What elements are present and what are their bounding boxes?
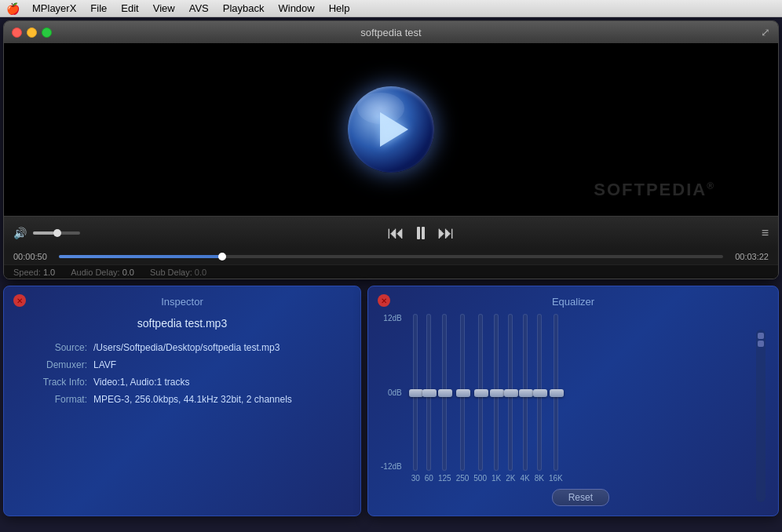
eq-label-12db: 12dB bbox=[381, 314, 402, 322]
progress-fill bbox=[59, 255, 225, 258]
progress-track[interactable] bbox=[59, 255, 723, 258]
menu-avs[interactable]: AVS bbox=[183, 1, 215, 16]
menu-view[interactable]: View bbox=[147, 1, 181, 16]
eq-freq-label-2K: 2K bbox=[506, 474, 515, 483]
menubar: 🍎 MPlayerX File Edit View AVS Playback W… bbox=[0, 0, 782, 17]
eq-slider-16K[interactable] bbox=[554, 314, 558, 471]
volume-slider[interactable] bbox=[33, 231, 80, 235]
eq-thumb-250[interactable] bbox=[456, 389, 470, 397]
audio-delay-label: Audio Delay: 0.0 bbox=[71, 268, 134, 277]
equalizer-title: Equalizer bbox=[381, 296, 766, 308]
eq-freq-label-250: 250 bbox=[456, 474, 470, 483]
eq-scroll-up[interactable] bbox=[758, 333, 764, 339]
eq-freq-label-4K: 4K bbox=[520, 474, 529, 483]
playpause-button[interactable] bbox=[414, 225, 428, 241]
eq-slider-60[interactable] bbox=[426, 314, 431, 471]
progress-bar-row: 00:00:50 00:03:22 bbox=[4, 249, 778, 264]
play-button-large[interactable] bbox=[348, 86, 434, 173]
eq-scroll-down[interactable] bbox=[758, 341, 764, 347]
window-title: softpedia test bbox=[360, 27, 421, 38]
player-window: softpedia test ⤢ SOFTPEDIA® 🔊 ⏮ ⏭ ≡ 00: bbox=[3, 20, 779, 279]
eq-freq-label-1K: 1K bbox=[491, 474, 501, 483]
eq-thumb-1K[interactable] bbox=[490, 389, 504, 397]
eq-thumb-2K[interactable] bbox=[504, 389, 518, 397]
pause-bar-1 bbox=[417, 227, 420, 239]
window-controls bbox=[12, 27, 52, 38]
eq-band-1K: 1K bbox=[491, 314, 501, 483]
window-close-button[interactable] bbox=[12, 27, 22, 38]
expand-icon[interactable]: ⤢ bbox=[761, 26, 770, 38]
video-area[interactable]: SOFTPEDIA® bbox=[4, 43, 778, 216]
eq-band-500: 500 bbox=[473, 314, 487, 483]
eq-scrollbar[interactable] bbox=[756, 330, 766, 502]
eq-band-30: 30 bbox=[411, 314, 420, 483]
source-label: Source: bbox=[16, 342, 87, 353]
play-triangle-icon bbox=[380, 112, 408, 147]
inspector-close-button[interactable]: ✕ bbox=[13, 294, 26, 307]
prev-button[interactable]: ⏮ bbox=[384, 221, 407, 245]
format-label: Format: bbox=[16, 394, 87, 405]
eq-slider-30[interactable] bbox=[413, 314, 418, 471]
player-titlebar: softpedia test ⤢ bbox=[4, 21, 778, 43]
eq-slider-2K[interactable] bbox=[508, 314, 513, 471]
volume-icon[interactable]: 🔊 bbox=[13, 227, 27, 239]
track-row: Track Info: Video:1, Audio:1 tracks bbox=[16, 377, 348, 388]
eq-band-4K: 4K bbox=[520, 314, 529, 483]
menu-playback[interactable]: Playback bbox=[217, 1, 271, 16]
equalizer-panel: ✕ Equalizer 12dB 0dB -12dB 3060125250500… bbox=[367, 286, 779, 516]
track-value: Video:1, Audio:1 tracks bbox=[93, 377, 190, 388]
eq-band-125: 125 bbox=[438, 314, 451, 483]
eq-thumb-500[interactable] bbox=[474, 389, 488, 397]
eq-thumb-60[interactable] bbox=[422, 389, 437, 397]
format-value: MPEG-3, 256.0kbps, 44.1kHz 32bit, 2 chan… bbox=[93, 394, 292, 405]
controls-bar: 🔊 ⏮ ⏭ ≡ bbox=[4, 216, 778, 249]
next-button[interactable]: ⏭ bbox=[434, 221, 458, 245]
eq-freq-label-60: 60 bbox=[425, 474, 433, 483]
eq-thumb-30[interactable] bbox=[409, 389, 423, 397]
eq-freq-label-16K: 16K bbox=[549, 474, 563, 483]
eq-band-16K: 16K bbox=[549, 314, 563, 483]
apple-menu[interactable]: 🍎 bbox=[6, 2, 20, 15]
window-maximize-button[interactable] bbox=[42, 27, 52, 38]
menu-help[interactable]: Help bbox=[323, 1, 356, 16]
eq-sliders: 30601252505001K2K4K8K16K bbox=[411, 314, 750, 483]
equalizer-close-button[interactable]: ✕ bbox=[378, 294, 390, 307]
volume-fill bbox=[33, 231, 54, 235]
eq-freq-label-8K: 8K bbox=[535, 474, 544, 483]
eq-thumb-16K[interactable] bbox=[550, 389, 564, 397]
bottom-panels: ✕ Inspector softpedia test.mp3 Source: /… bbox=[0, 286, 782, 516]
speed-label: Speed: 1.0 bbox=[13, 268, 55, 277]
eq-slider-1K[interactable] bbox=[494, 314, 499, 471]
menu-edit[interactable]: Edit bbox=[115, 1, 144, 16]
window-minimize-button[interactable] bbox=[27, 27, 37, 38]
eq-slider-250[interactable] bbox=[460, 314, 465, 471]
eq-band-250: 250 bbox=[456, 314, 470, 483]
eq-freq-label-125: 125 bbox=[438, 474, 451, 483]
source-value: /Users/Softpedia/Desktop/softpedia test.… bbox=[93, 342, 280, 353]
eq-slider-125[interactable] bbox=[442, 314, 447, 471]
progress-thumb bbox=[218, 253, 226, 261]
track-label: Track Info: bbox=[16, 377, 87, 388]
menu-mplayerx[interactable]: MPlayerX bbox=[26, 1, 82, 16]
volume-thumb bbox=[53, 229, 61, 237]
demuxer-label: Demuxer: bbox=[16, 359, 87, 370]
source-row: Source: /Users/Softpedia/Desktop/softped… bbox=[16, 342, 348, 353]
eq-thumb-4K[interactable] bbox=[519, 389, 533, 397]
menu-window[interactable]: Window bbox=[272, 1, 320, 16]
sub-delay-label: Sub Delay: 0.0 bbox=[150, 268, 206, 277]
eq-thumb-125[interactable] bbox=[438, 389, 452, 397]
eq-band-2K: 2K bbox=[506, 314, 515, 483]
playlist-icon[interactable]: ≡ bbox=[762, 226, 769, 240]
eq-freq-label-30: 30 bbox=[411, 474, 420, 483]
eq-band-60: 60 bbox=[425, 314, 433, 483]
eq-slider-500[interactable] bbox=[478, 314, 483, 471]
eq-thumb-8K[interactable] bbox=[533, 389, 547, 397]
menu-file[interactable]: File bbox=[84, 1, 113, 16]
eq-slider-8K[interactable] bbox=[537, 314, 542, 471]
inspector-panel: ✕ Inspector softpedia test.mp3 Source: /… bbox=[3, 286, 361, 516]
eq-slider-4K[interactable] bbox=[523, 314, 528, 471]
eq-band-8K: 8K bbox=[535, 314, 544, 483]
inspector-title: Inspector bbox=[16, 296, 348, 308]
eq-reset-button[interactable]: Reset bbox=[552, 489, 609, 506]
format-row: Format: MPEG-3, 256.0kbps, 44.1kHz 32bit… bbox=[16, 394, 348, 405]
